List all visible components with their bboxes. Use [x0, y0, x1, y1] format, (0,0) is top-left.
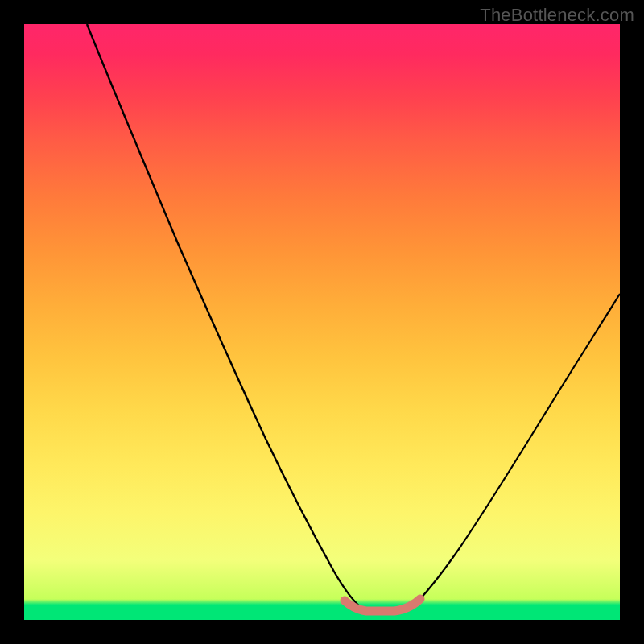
left-branch-path: [87, 24, 362, 609]
right-branch-path: [411, 294, 620, 609]
watermark-text: TheBottleneck.com: [480, 5, 634, 26]
plot-area: [24, 24, 620, 620]
valley-marker-path: [345, 599, 420, 611]
chart-frame: TheBottleneck.com: [0, 0, 644, 644]
curve-layer: [24, 24, 620, 620]
